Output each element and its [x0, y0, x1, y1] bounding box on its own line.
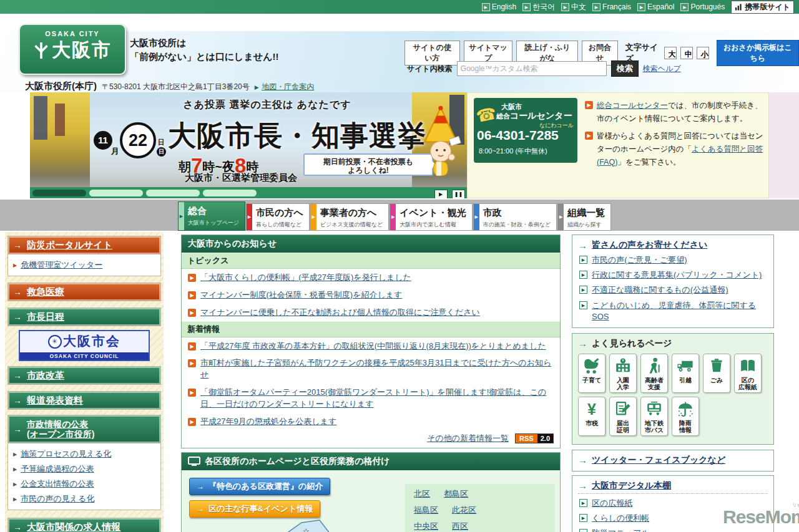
call-center-link[interactable]: 総合コールセンター: [597, 101, 668, 110]
city-council-banner[interactable]: ✳大阪市会 OSAKA CITY COUNCIL: [19, 330, 150, 361]
sidebar-job-information[interactable]: → 大阪市関係の求人情報: [7, 518, 161, 532]
sidebar-item-policy-process[interactable]: ▶施策プロセスの見える化: [11, 447, 158, 462]
mobile-site-link[interactable]: 携帯版サイト: [731, 1, 794, 14]
sidebar-disaster-portal[interactable]: → 防災ポータルサイト: [7, 236, 161, 254]
voice-item-citizen-opinion[interactable]: ▶市民の声(ご意見・ご要望): [578, 253, 768, 268]
left-sidebar: → 防災ポータルサイト ▶ 危機管理室ツイッター → 救急医療 → 市長日程 ✳…: [5, 232, 164, 532]
ward-link-miyakojima[interactable]: 都島区: [444, 488, 468, 500]
news-link[interactable]: マイナンバーに便乗した不正な勧誘および個人情報の取得にご注意ください: [200, 307, 480, 319]
search-label: サイト内検索: [407, 64, 453, 74]
sidebar-item-budget-process[interactable]: ▶予算編成過程の公表: [11, 462, 158, 476]
ward-link-fukushima[interactable]: 福島区: [414, 505, 438, 516]
ward-events-button[interactable]: →区の主な行事&イベント情報: [189, 500, 320, 518]
news-link[interactable]: 「大阪市くらしの便利帳」(平成27年度版)を発行しました: [200, 272, 411, 284]
popular-card-certificates[interactable]: 届出証明: [609, 397, 637, 436]
ward-link-chuo[interactable]: 中央区: [414, 521, 438, 532]
election-banner[interactable]: さあ投票 選挙の主役は あなたです 11月 22 日 日 大阪市長・知事選挙 朝…: [30, 92, 467, 187]
logo-english-text: OSAKA CITY: [20, 30, 125, 37]
lang-link-spanish[interactable]: ▶Español: [637, 2, 674, 11]
topics-subheader: トピックス: [182, 253, 560, 269]
news-link[interactable]: 「平成27年度 市政改革の基本方針」の取組状況(中間振り返り(8月末現在))をと…: [200, 341, 546, 352]
search-help-link[interactable]: 検索ヘルプ: [643, 64, 681, 74]
slider-play-button[interactable]: ▶: [434, 190, 448, 199]
osaka-city-logo[interactable]: OSAKA CITY 大阪市: [19, 24, 126, 75]
search-button[interactable]: 検索: [611, 60, 639, 77]
ward-link-konohana[interactable]: 此花区: [452, 505, 476, 516]
arrow-square-icon: ▶: [579, 499, 587, 507]
lang-link-chinese[interactable]: ▶中文: [561, 2, 586, 12]
election-mascot: [412, 106, 467, 180]
rss-badge[interactable]: RSS2.0: [515, 433, 554, 443]
election-title: 大阪市長・知事選挙: [135, 117, 459, 155]
digital-bookshelf-header[interactable]: → 大阪市デジタル本棚: [578, 479, 768, 494]
news-link[interactable]: 市町村が実施した子宮頸がん予防ワクチンの接種を平成25年3月31日までに受けた方…: [200, 357, 554, 381]
ward-links-panel: 北区都島区 福島区此花区 中央区西区 港区大正区 天王寺区浪速区: [405, 484, 555, 532]
lang-link-korean[interactable]: ▶한국어: [522, 2, 555, 12]
sidebar-emergency-medical[interactable]: → 救急医療: [7, 283, 161, 301]
tab-general[interactable]: ▶ 総合大阪市トップページ: [178, 201, 245, 231]
call-center-note: ▶ 皆様からよくある質問と回答については当センターのホームページ内の「よくある質…: [585, 130, 765, 168]
tab-business[interactable]: ▶ 事業者の方へビジネス支援の情報など: [310, 203, 389, 231]
banner-catchphrase: さあ投票 選挙の主役は あなたです: [136, 99, 398, 112]
tab-organization-list[interactable]: ▶ 組織一覧組織から探す: [557, 203, 611, 231]
font-size-medium-button[interactable]: 中: [680, 47, 693, 59]
citizen-voice-header[interactable]: → 皆さんの声をお寄せください: [578, 238, 768, 253]
arrow-icon: →: [13, 240, 22, 250]
tab-arrow-icon: ▶: [311, 204, 316, 230]
news-link[interactable]: マイナンバー制度(社会保障・税番号制度)を紹介します: [200, 289, 402, 301]
popular-card-childcare[interactable]: 子育て: [578, 354, 605, 393]
slide-indicator-2[interactable]: [89, 190, 143, 196]
distinctive-ward-admin-button[interactable]: →『特色のある区政運営』の紹介: [189, 478, 330, 495]
popular-card-rainfall-info[interactable]: 降雨情報: [672, 397, 699, 436]
font-size-small-button[interactable]: 小: [697, 47, 709, 59]
popular-card-elderly-support[interactable]: 高齢者支援: [640, 354, 668, 393]
arrow-icon: →: [578, 455, 587, 465]
popular-card-garbage[interactable]: ごみ: [703, 354, 730, 393]
ward-map[interactable]: ☆ 東淀川区 ☆ 淀川区 旭区: [204, 518, 391, 532]
popular-card-school-entry[interactable]: 入園入学: [609, 354, 637, 393]
sidebar-open-city-hall[interactable]: → 市政情報の公表(オープン市役所): [7, 415, 161, 443]
font-size-large-button[interactable]: 大: [664, 47, 677, 59]
sidebar-press-releases[interactable]: → 報道発表資料: [7, 391, 161, 410]
osaka-board-button[interactable]: おおさか掲示板はこちら: [717, 40, 799, 66]
sidebar-item-public-spending[interactable]: ▶公金支出情報の公表: [11, 476, 158, 491]
sidebar-mayor-schedule[interactable]: → 市長日程: [7, 307, 161, 326]
arrow-square-icon: ▶: [585, 101, 593, 109]
more-news-link[interactable]: その他の新着情報一覧: [427, 433, 509, 444]
lang-link-portuguese[interactable]: ▶Portugués: [680, 2, 725, 11]
ward-link-nishi[interactable]: 西区: [452, 521, 468, 532]
ward-link-kita[interactable]: 北区: [414, 488, 430, 500]
voice-item-public-comment[interactable]: ▶行政に関する意見募集(パブリック・コメント): [578, 268, 768, 283]
sns-header[interactable]: → ツイッター・フェイスブックなど: [578, 453, 768, 468]
popular-card-subway-bus[interactable]: 地下鉄市バス: [640, 397, 668, 436]
slide-indicator-3[interactable]: [146, 190, 200, 196]
election-committee: 大阪市・区選挙管理委員会: [185, 172, 297, 184]
sidebar-item-citizen-voice[interactable]: ▶市民の声の見える化: [11, 491, 158, 506]
postal-address: 〒530-8201 大阪市北区中之島1丁目3番20号: [102, 82, 250, 92]
popular-card-city-tax[interactable]: ¥ 市税: [578, 397, 605, 436]
sidebar-item-crisis-twitter[interactable]: ▶ 危機管理室ツイッター: [11, 258, 158, 273]
arrow-square-icon: ▶: [188, 342, 196, 351]
slide-indicator-1[interactable]: [32, 190, 86, 196]
logo-japanese-text: 大阪市: [52, 37, 112, 63]
voice-item-whistleblowing[interactable]: ▶不適正な職務に関するもの(公益通報): [578, 283, 768, 297]
news-item: ▶マイナンバーに便乗した不正な勧誘および個人情報の取得にご注意ください: [182, 304, 560, 321]
popular-card-ward-newsletter[interactable]: 区の広報紙: [734, 354, 762, 393]
tab-citizens[interactable]: ▶ 市民の方へ暮らしの情報など: [246, 203, 310, 231]
arrow-icon: →: [578, 480, 587, 491]
slider-pause-button[interactable]: ❚❚: [452, 190, 465, 199]
tab-events-tourism[interactable]: ▶ イベント・観光大阪市内で楽しむ情報: [390, 203, 472, 231]
news-link[interactable]: 平成27年9月の懲戒処分を公表します: [200, 416, 336, 428]
lang-link-french[interactable]: ▶Français: [592, 2, 631, 11]
sidebar-administrative-reform[interactable]: → 市政改革: [7, 366, 161, 385]
voice-item-child-sos[interactable]: ▶こどものいじめ、児童虐待、体罰等に関するSOS: [578, 298, 768, 324]
call-center-card: ☎ 大阪市 総合コールセンター なにわコール 06-4301-7285 8:00…: [474, 98, 577, 163]
triangle-icon: ▶: [13, 496, 17, 502]
popular-card-moving[interactable]: 引越: [672, 354, 699, 393]
lang-link-english[interactable]: ▶English: [482, 2, 516, 11]
site-search-input[interactable]: [457, 61, 607, 76]
slide-indicator-4[interactable]: [203, 190, 257, 196]
map-office-guide-link[interactable]: 地図・庁舎案内: [262, 82, 314, 91]
news-link[interactable]: 「御堂筋オータムパーティー2015(御堂筋ワンダーストリート)」を開催します!御…: [200, 387, 554, 410]
tab-city-government[interactable]: ▶ 市政市の施策・財政・条例など: [473, 203, 557, 231]
